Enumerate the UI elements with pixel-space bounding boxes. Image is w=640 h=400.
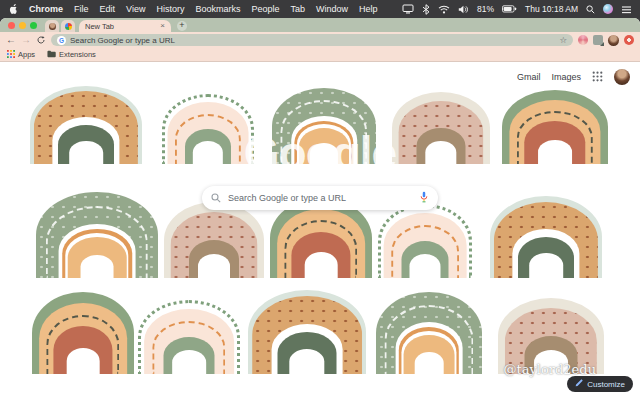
browser-toolbar: ← → G Search Google or type a URL ☆ (0, 32, 640, 48)
rainbow-art (248, 290, 366, 374)
battery-percent: 81% (477, 4, 494, 14)
notification-center-icon[interactable] (621, 5, 632, 14)
rainbow-art (270, 198, 372, 278)
window-controls (8, 18, 37, 32)
tab-title: New Tab (85, 22, 160, 31)
screen-mirroring-icon[interactable] (402, 4, 414, 14)
menubar-item-bookmarks[interactable]: Bookmarks (195, 4, 240, 14)
tab-strip: New Tab × + (0, 18, 640, 32)
pencil-icon (575, 379, 583, 389)
apple-menu-icon[interactable] (8, 4, 18, 15)
rainbow-art (164, 202, 264, 278)
macos-menubar: Chrome File Edit View History Bookmarks … (0, 0, 640, 18)
tab-new-tab[interactable]: New Tab × (79, 20, 171, 32)
zoom-window-button[interactable] (30, 22, 37, 29)
images-link[interactable]: Images (551, 72, 581, 82)
pinned-tab-2[interactable] (61, 20, 75, 32)
minimize-window-button[interactable] (19, 22, 26, 29)
new-tab-page: Gmail Images Google @taylord2edu Customi… (0, 62, 640, 400)
extension-icon-2[interactable] (593, 35, 603, 45)
new-tab-button[interactable]: + (177, 21, 187, 31)
wallpaper (0, 62, 640, 400)
rainbow-art (138, 300, 240, 374)
bookmark-label: Apps (18, 50, 35, 59)
close-window-button[interactable] (8, 22, 15, 29)
volume-icon[interactable] (458, 5, 469, 14)
rainbow-ring (289, 349, 324, 374)
ntp-search-input[interactable] (228, 193, 412, 203)
bookmarks-bar: Apps Extensions (0, 48, 640, 62)
rainbow-ring (305, 252, 338, 278)
ntp-header: Gmail Images (517, 68, 630, 86)
menubar-clock[interactable]: Thu 10:18 AM (525, 4, 578, 14)
menubar-item-people[interactable]: People (251, 4, 279, 14)
menubar-item-chrome[interactable]: Chrome (29, 4, 63, 14)
menubar-item-help[interactable]: Help (359, 4, 378, 14)
extension-icon-1[interactable] (578, 35, 588, 45)
customize-label: Customize (587, 380, 625, 389)
bookmark-apps[interactable]: Apps (7, 50, 35, 60)
rainbow-art (36, 192, 158, 278)
bookmark-star-icon[interactable]: ☆ (559, 36, 567, 45)
pinned-tab-1[interactable] (45, 20, 59, 32)
bookmark-folder-extensions[interactable]: Extensions (47, 50, 96, 60)
rainbow-ring (415, 352, 444, 374)
battery-icon[interactable] (502, 5, 517, 13)
menubar-item-file[interactable]: File (74, 4, 89, 14)
rainbow-art (378, 204, 472, 278)
close-tab-icon[interactable]: × (160, 22, 165, 30)
menubar-item-history[interactable]: History (156, 4, 184, 14)
artist-watermark: @taylord2edu (504, 362, 597, 377)
menubar-item-edit[interactable]: Edit (100, 4, 116, 14)
mic-icon[interactable] (419, 189, 429, 207)
spotlight-icon[interactable] (586, 5, 595, 14)
omnibox-placeholder: Search Google or type a URL (70, 36, 555, 45)
google-apps-grid-icon[interactable] (592, 68, 603, 86)
profile-avatar-icon[interactable] (608, 35, 619, 46)
account-avatar[interactable] (614, 69, 630, 85)
folder-icon (47, 50, 56, 60)
apps-grid-icon (7, 50, 15, 60)
bookmark-label: Extensions (59, 50, 96, 59)
search-icon (211, 189, 221, 207)
bluetooth-icon[interactable] (422, 4, 430, 15)
menubar-item-window[interactable]: Window (316, 4, 348, 14)
rainbow-art (32, 292, 134, 374)
google-favicon: G (57, 36, 66, 45)
rainbow-ring (529, 253, 563, 278)
rainbow-ring (81, 255, 114, 278)
record-extension-icon[interactable] (624, 35, 634, 45)
rainbow-ring (198, 254, 230, 278)
gmail-link[interactable]: Gmail (517, 72, 541, 82)
menubar-item-view[interactable]: View (126, 4, 145, 14)
forward-icon[interactable]: → (21, 35, 31, 45)
customize-button[interactable]: Customize (567, 376, 633, 392)
rainbow-ring (172, 350, 206, 374)
rainbow-art (490, 196, 602, 278)
omnibox[interactable]: G Search Google or type a URL ☆ (51, 34, 573, 46)
rainbow-ring (409, 254, 440, 278)
rainbow-art (376, 292, 482, 374)
google-logo: Google (0, 126, 640, 180)
siri-icon[interactable] (603, 4, 613, 14)
menubar-item-tab[interactable]: Tab (290, 4, 305, 14)
wifi-icon[interactable] (438, 5, 450, 14)
pinned-tab-favicon (65, 23, 72, 30)
rainbow-ring (67, 348, 100, 374)
back-icon[interactable]: ← (6, 35, 16, 45)
reload-icon[interactable] (36, 31, 46, 49)
chrome-window: New Tab × + ← → G Search Google or type … (0, 18, 640, 400)
pinned-tab-favicon (49, 23, 56, 30)
ntp-search-box[interactable] (202, 186, 438, 210)
